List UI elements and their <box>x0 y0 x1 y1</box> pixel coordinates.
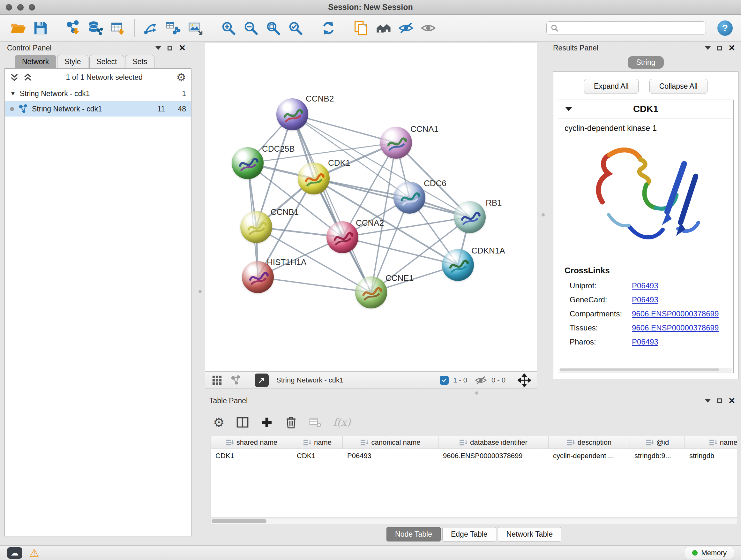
network-node-CCNB2[interactable] <box>276 98 308 130</box>
table-cell[interactable]: 9606.ENSP00000378699 <box>439 449 549 462</box>
show-columns-icon[interactable] <box>236 416 249 429</box>
network-node-CCNA1[interactable] <box>380 127 412 159</box>
apply-layout-button[interactable] <box>319 17 338 39</box>
new-network-table-button[interactable] <box>163 17 183 39</box>
table-cell[interactable]: stringdb:9... <box>630 449 685 462</box>
table-settings-gear-icon[interactable]: ⚙ <box>213 416 225 429</box>
table-cell[interactable]: P06493 <box>343 449 439 462</box>
crosslink-link[interactable]: 9606.ENSP00000378699 <box>632 309 719 318</box>
network-node-CCNE1[interactable] <box>355 276 387 308</box>
splitter-handle[interactable] <box>475 391 478 395</box>
collapse-all-icon[interactable] <box>10 73 19 81</box>
network-node-CDC6[interactable] <box>394 182 425 213</box>
window-titlebar[interactable]: Session: New Session <box>0 0 741 15</box>
panel-float-icon[interactable] <box>717 46 722 51</box>
tree-expand-icon[interactable]: ▼ <box>10 90 16 97</box>
delete-trash-icon[interactable] <box>285 416 297 429</box>
network-node-CDC25B[interactable] <box>232 147 264 179</box>
protein-section-header[interactable]: CDK1 <box>558 100 733 118</box>
table-cell[interactable]: CDK1 <box>211 449 292 462</box>
network-node-RB1[interactable] <box>454 201 486 233</box>
zoom-in-button[interactable] <box>219 17 239 39</box>
expand-all-icon[interactable] <box>23 73 32 81</box>
column-header--id[interactable]: @id <box>630 436 685 449</box>
column-sort-icon[interactable] <box>459 439 468 446</box>
search-input[interactable] <box>562 24 702 32</box>
scrollbar-thumb[interactable] <box>212 519 266 523</box>
import-network-file-button[interactable] <box>64 17 83 39</box>
birdseye-toggle-button[interactable] <box>255 374 269 387</box>
table-cell[interactable]: stringdb <box>685 449 737 462</box>
move-crosshair-icon[interactable] <box>518 374 531 387</box>
network-collection-row[interactable]: ▼ String Network - cdk1 1 <box>5 86 191 101</box>
zoom-fit-button[interactable] <box>263 17 283 39</box>
string-results-tab[interactable]: String <box>628 56 664 69</box>
column-sort-icon[interactable] <box>567 439 575 446</box>
collapse-section-icon[interactable] <box>565 107 572 111</box>
panel-float-icon[interactable] <box>717 398 722 403</box>
column-header-description[interactable]: description <box>549 436 630 449</box>
column-header-shared-name[interactable]: shared name <box>211 436 292 449</box>
column-sort-icon[interactable] <box>226 439 234 446</box>
import-network-database-button[interactable] <box>86 17 106 39</box>
network-node-CCNA2[interactable] <box>327 221 358 253</box>
import-table-file-button[interactable] <box>108 17 128 39</box>
table-cell[interactable]: CDK1 <box>292 449 343 462</box>
column-sort-icon[interactable] <box>360 439 368 446</box>
panel-menu-icon[interactable] <box>155 46 161 50</box>
hide-selected-button[interactable] <box>396 17 416 39</box>
graphics-details-button[interactable] <box>351 17 371 39</box>
network-node-CCNB1[interactable] <box>240 211 272 243</box>
table-row[interactable]: CDK1CDK1P064939606.ENSP00000378699cyclin… <box>211 449 737 462</box>
cloud-services-button[interactable]: ☁ <box>7 547 22 559</box>
column-header-database-identifier[interactable]: database identifier <box>439 436 549 449</box>
table-cell[interactable]: cyclin-dependent ... <box>549 449 630 462</box>
network-node-CDKN1A[interactable] <box>442 249 474 281</box>
network-canvas[interactable]: CCNB2CCNA1CDC25BCDK1CDC6RB1CCNB1CCNA2CDK… <box>205 43 537 371</box>
table-tab-node-table[interactable]: Node Table <box>387 527 441 542</box>
panel-close-icon[interactable]: ✕ <box>728 44 735 52</box>
crosslink-link[interactable]: 9606.ENSP00000378699 <box>632 323 719 332</box>
network-item-row[interactable]: String Network - cdk1 11 48 <box>5 101 191 117</box>
table-horizontal-scrollbar[interactable] <box>211 518 737 524</box>
add-column-icon[interactable] <box>260 416 273 429</box>
zoom-selected-button[interactable] <box>286 17 306 39</box>
column-sort-icon[interactable] <box>303 439 312 446</box>
grid-view-icon[interactable] <box>211 375 223 386</box>
column-header-namespace[interactable]: namespace <box>685 436 737 449</box>
column-sort-icon[interactable] <box>709 439 718 446</box>
network-options-gear-icon[interactable]: ⚙ <box>177 72 186 83</box>
control-panel-tab-sets[interactable]: Sets <box>125 55 154 68</box>
window-close-button[interactable] <box>6 4 12 10</box>
control-panel-tab-network[interactable]: Network <box>15 55 56 68</box>
expand-all-button[interactable]: Expand All <box>584 79 638 94</box>
zoom-out-button[interactable] <box>241 17 261 39</box>
column-sort-icon[interactable] <box>646 439 654 446</box>
network-edge[interactable] <box>258 277 371 293</box>
column-header-canonical-name[interactable]: canonical name <box>343 436 439 449</box>
splitter-handle[interactable] <box>199 290 202 293</box>
splitter-handle[interactable] <box>542 213 545 216</box>
save-session-button[interactable] <box>30 17 51 39</box>
home-button[interactable] <box>374 17 394 39</box>
panel-float-icon[interactable] <box>167 46 172 51</box>
panel-menu-icon[interactable] <box>705 399 711 402</box>
export-image-button[interactable] <box>186 17 205 39</box>
show-all-button[interactable] <box>418 17 438 39</box>
crosslink-link[interactable]: P06493 <box>632 337 658 347</box>
memory-button[interactable]: Memory <box>685 547 734 559</box>
window-minimize-button[interactable] <box>17 4 23 10</box>
network-node-CDK1[interactable] <box>298 163 330 194</box>
column-header-name[interactable]: name <box>292 436 343 449</box>
crosslink-link[interactable]: P06493 <box>632 295 658 304</box>
panel-menu-icon[interactable] <box>705 46 711 50</box>
warning-icon[interactable]: ⚠ <box>29 548 39 558</box>
collapse-all-button[interactable]: Collapse All <box>650 79 708 94</box>
table-tab-edge-table[interactable]: Edge Table <box>442 527 496 542</box>
control-panel-tab-select[interactable]: Select <box>89 55 125 68</box>
results-horizontal-scrollbar[interactable] <box>559 368 732 372</box>
open-session-button[interactable] <box>8 17 28 39</box>
new-network-from-selection-button[interactable] <box>141 17 161 39</box>
help-button[interactable]: ? <box>718 20 733 36</box>
window-zoom-button[interactable] <box>29 4 35 10</box>
